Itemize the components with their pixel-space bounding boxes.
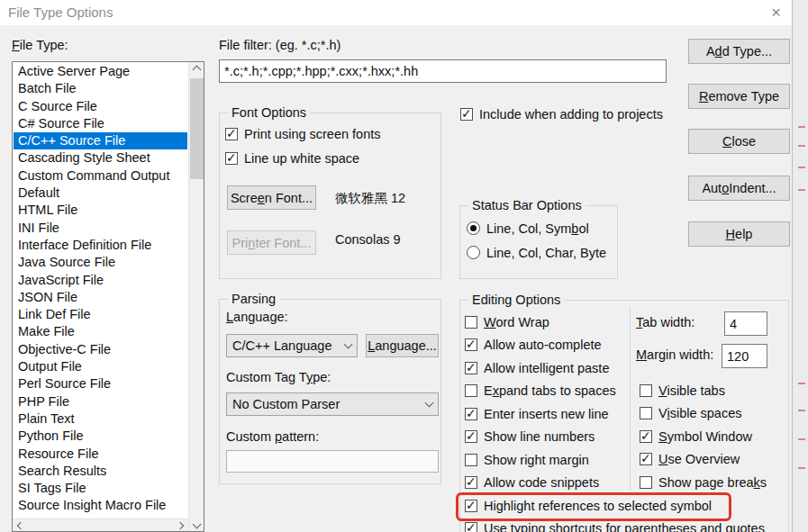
checkbox-label: Allow auto-complete — [484, 338, 602, 352]
close-button[interactable]: Close — [688, 129, 790, 154]
checkbox-row[interactable]: Show page breaks — [640, 471, 767, 494]
list-item[interactable]: C/C++ Source File — [14, 132, 187, 149]
list-item[interactable]: Cascading Style Sheet — [14, 149, 187, 167]
screen-font-value: 微软雅黑 12 — [335, 190, 405, 207]
list-item-label: Active Server Page — [18, 64, 130, 78]
list-item[interactable]: PHP File — [14, 393, 187, 410]
list-item[interactable]: SI Tags File — [14, 480, 187, 497]
margin-width-input[interactable] — [722, 344, 767, 368]
list-item[interactable]: Default — [14, 185, 187, 202]
add-type-button[interactable]: Add Type... — [688, 39, 790, 64]
auto-indent-button[interactable]: Auto Indent... — [688, 176, 790, 201]
list-item-label: Plain Text — [18, 411, 75, 426]
file-type-label: File Type: — [12, 38, 68, 52]
scrollbar-thumb[interactable] — [190, 78, 204, 179]
checkbox-row[interactable]: Symbol Window — [640, 425, 767, 448]
checkbox-row[interactable]: Allow intelligent paste — [465, 356, 765, 380]
scroll-down-icon[interactable] — [189, 517, 204, 531]
file-type-options-dialog: File Type Options × File Type: Active Se… — [0, 0, 793, 532]
checkbox-icon[interactable] — [465, 476, 477, 489]
help-button[interactable]: Help — [688, 221, 790, 247]
list-item[interactable]: Resource File — [14, 446, 187, 463]
checkbox-icon[interactable] — [465, 522, 477, 532]
list-item[interactable]: C Source File — [14, 98, 187, 115]
checkbox-icon[interactable] — [640, 476, 652, 489]
language-button[interactable]: Language... — [366, 334, 439, 357]
include-when-adding-checkbox[interactable]: Include when adding to projects — [460, 107, 663, 122]
language-select[interactable]: C/C++ Language — [226, 334, 358, 357]
checkbox-label: Use typing shortcuts for parentheses and… — [484, 521, 765, 532]
checkbox-icon[interactable] — [640, 407, 652, 419]
horizontal-scrollbar[interactable] — [13, 518, 188, 531]
list-item[interactable]: JSON File — [14, 289, 187, 306]
checkbox-icon[interactable] — [465, 500, 477, 512]
checkbox-icon[interactable] — [225, 152, 238, 165]
checkbox-label: Show page breaks — [658, 475, 767, 490]
vertical-scrollbar[interactable] — [188, 62, 204, 531]
checkbox-icon[interactable] — [465, 338, 477, 351]
print-using-screen-fonts-checkbox[interactable]: Print using screen fonts — [225, 127, 381, 141]
list-item[interactable]: HTML File — [14, 202, 187, 219]
checkbox-row[interactable]: Use Overview — [640, 448, 767, 472]
printer-font-button[interactable]: Printer Font... — [227, 230, 316, 255]
background-artifact — [798, 438, 805, 440]
file-filter-input[interactable] — [219, 59, 667, 83]
list-item-label: SI Tags File — [18, 481, 86, 495]
checkbox-label: Include when adding to projects — [479, 107, 663, 122]
list-item[interactable]: Python File — [14, 428, 187, 445]
list-item[interactable]: Perl Source File — [14, 375, 187, 392]
radio-label: Line, Col, Symbol — [486, 221, 589, 236]
radio-option[interactable]: Line, Col, Char, Byte — [467, 240, 606, 265]
checkbox-icon[interactable] — [640, 453, 652, 465]
list-item[interactable]: Active Server Page — [14, 63, 187, 80]
checkbox-row[interactable]: Use typing shortcuts for parentheses and… — [465, 518, 765, 532]
checkbox-row[interactable]: Visible tabs — [640, 379, 767, 402]
list-item[interactable]: Objective-C File — [14, 341, 187, 358]
radio-icon[interactable] — [467, 221, 480, 235]
screen-font-button[interactable]: Screen Font... — [227, 185, 316, 210]
scroll-right-icon[interactable] — [174, 519, 186, 531]
checkbox-icon[interactable] — [465, 316, 477, 329]
list-item[interactable]: JavaScript File — [14, 272, 187, 289]
list-item[interactable]: Custom Command Output — [14, 167, 187, 185]
titlebar[interactable]: File Type Options × — [0, 0, 792, 25]
checkbox-icon[interactable] — [465, 384, 477, 397]
remove-type-button[interactable]: Remove Type — [688, 84, 790, 109]
list-item[interactable]: Make File — [14, 323, 187, 340]
radio-icon[interactable] — [467, 246, 480, 259]
scroll-left-icon[interactable] — [14, 519, 27, 531]
list-item[interactable]: Java Source File — [14, 254, 187, 271]
chevron-down-icon — [344, 340, 353, 349]
list-item[interactable]: Output File — [14, 358, 187, 375]
tab-width-input[interactable] — [724, 311, 767, 336]
checkbox-row[interactable]: Word Wrap — [465, 311, 765, 334]
checkbox-icon[interactable] — [640, 430, 652, 443]
radio-option[interactable]: Line, Col, Symbol — [467, 216, 606, 240]
list-item-label: Resource File — [18, 446, 98, 461]
list-item[interactable]: Batch File — [14, 80, 187, 97]
checkbox-icon[interactable] — [465, 454, 477, 466]
checkbox-icon[interactable] — [465, 362, 477, 374]
custom-tag-type-select[interactable]: No Custom Parser — [226, 392, 439, 416]
checkbox-icon[interactable] — [640, 384, 652, 397]
list-item[interactable]: Plain Text — [14, 410, 187, 428]
checkbox-row[interactable]: Allow auto-complete — [465, 334, 765, 357]
checkbox-row[interactable]: Highlight references to selected symbol — [465, 494, 765, 518]
file-type-listbox[interactable]: Active Server Page Batch File C Source F… — [12, 61, 204, 532]
list-item[interactable]: INI File — [14, 220, 187, 237]
list-item[interactable]: Search Results — [14, 463, 187, 480]
checkbox-icon[interactable] — [225, 128, 238, 140]
checkbox-icon[interactable] — [460, 108, 473, 121]
list-item[interactable]: C# Source File — [14, 115, 187, 132]
line-up-white-space-checkbox[interactable]: Line up white space — [225, 151, 359, 166]
checkbox-icon[interactable] — [465, 408, 477, 420]
checkbox-icon[interactable] — [465, 430, 477, 443]
screen: File Type Options × File Type: Active Se… — [0, 0, 808, 532]
custom-pattern-input[interactable] — [226, 450, 439, 473]
list-item[interactable]: Source Insight Macro File — [14, 497, 187, 514]
scroll-up-icon[interactable] — [189, 62, 204, 77]
close-icon[interactable]: × — [771, 2, 781, 23]
list-item[interactable]: Interface Definition File — [14, 237, 187, 254]
list-item[interactable]: Link Def File — [14, 306, 187, 323]
checkbox-row[interactable]: Visible spaces — [640, 402, 767, 426]
